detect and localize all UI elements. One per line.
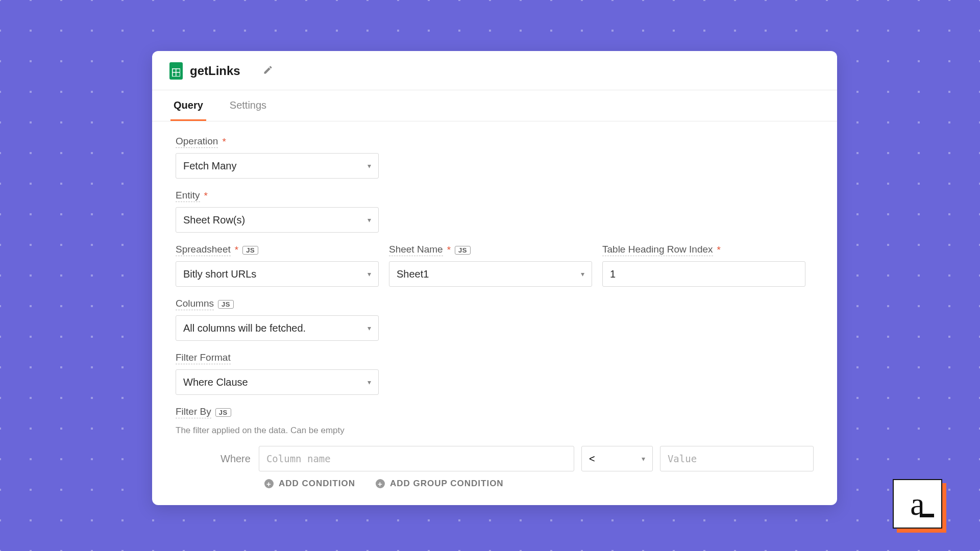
chevron-down-icon: ▾ bbox=[368, 378, 371, 386]
filter-format-label: Filter Format bbox=[176, 352, 379, 364]
plus-icon: + bbox=[376, 479, 385, 488]
operation-select[interactable]: Fetch Many ▾ bbox=[176, 153, 379, 179]
where-label: Where bbox=[220, 453, 251, 465]
heading-row-input[interactable]: 1 bbox=[602, 261, 805, 287]
filter-value-input[interactable]: Value bbox=[660, 446, 814, 471]
entity-select[interactable]: Sheet Row(s) ▾ bbox=[176, 207, 379, 233]
filter-by-hint: The filter applied on the data. Can be e… bbox=[176, 425, 814, 436]
filter-column-input[interactable]: Column name bbox=[259, 446, 574, 471]
chevron-down-icon: ▾ bbox=[642, 455, 645, 463]
google-sheets-icon bbox=[169, 62, 183, 80]
spreadsheet-select[interactable]: Bitly short URLs ▾ bbox=[176, 261, 379, 287]
tab-bar: Query Settings bbox=[152, 90, 837, 121]
columns-select[interactable]: All columns will be fetched. ▾ bbox=[176, 315, 379, 341]
brand-logo: a bbox=[893, 479, 946, 533]
add-condition-button[interactable]: + ADD CONDITION bbox=[264, 479, 355, 489]
chevron-down-icon: ▾ bbox=[581, 270, 584, 278]
js-badge[interactable]: JS bbox=[455, 246, 471, 255]
sheet-name-select[interactable]: Sheet1 ▾ bbox=[389, 261, 592, 287]
edit-icon[interactable] bbox=[263, 65, 273, 77]
filter-operator-select[interactable]: < ▾ bbox=[581, 446, 653, 471]
filter-by-label: Filter By JS bbox=[176, 406, 814, 418]
chevron-down-icon: ▾ bbox=[368, 162, 371, 170]
sheet-name-label: Sheet Name* JS bbox=[389, 244, 592, 256]
entity-label: Entity* bbox=[176, 190, 379, 202]
add-buttons-row: + ADD CONDITION + ADD GROUP CONDITION bbox=[176, 479, 814, 489]
operation-label: Operation* bbox=[176, 136, 379, 148]
heading-row-label: Table Heading Row Index* bbox=[602, 244, 805, 256]
query-panel: getLinks Query Settings Operation* Fetch… bbox=[152, 51, 837, 505]
plus-icon: + bbox=[264, 479, 274, 488]
query-title: getLinks bbox=[190, 64, 240, 78]
tab-settings[interactable]: Settings bbox=[227, 90, 270, 121]
columns-label: Columns JS bbox=[176, 298, 379, 310]
panel-header: getLinks bbox=[152, 51, 837, 90]
chevron-down-icon: ▾ bbox=[368, 270, 371, 278]
chevron-down-icon: ▾ bbox=[368, 216, 371, 224]
js-badge[interactable]: JS bbox=[218, 300, 234, 309]
tab-query[interactable]: Query bbox=[170, 90, 206, 121]
filter-condition-row: Where Column name < ▾ Value bbox=[176, 446, 814, 471]
js-badge[interactable]: JS bbox=[242, 246, 258, 255]
filter-format-select[interactable]: Where Clause ▾ bbox=[176, 369, 379, 395]
add-group-condition-button[interactable]: + ADD GROUP CONDITION bbox=[376, 479, 504, 489]
spreadsheet-label: Spreadsheet* JS bbox=[176, 244, 379, 256]
js-badge[interactable]: JS bbox=[215, 408, 231, 417]
form-body: Operation* Fetch Many ▾ Entity* Sheet Ro… bbox=[152, 121, 837, 489]
chevron-down-icon: ▾ bbox=[368, 324, 371, 332]
